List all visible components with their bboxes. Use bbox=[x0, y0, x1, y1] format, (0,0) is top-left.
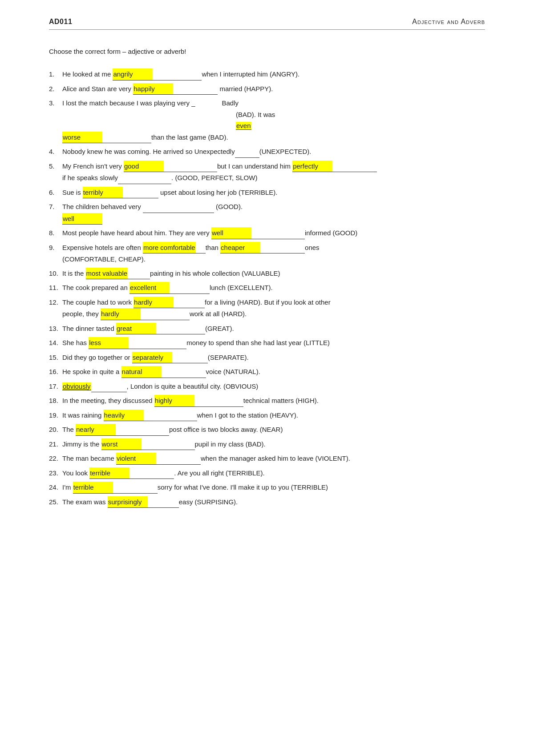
item-num: 23. bbox=[49, 467, 62, 479]
blank bbox=[144, 410, 197, 422]
blank bbox=[162, 366, 206, 378]
answer-highlight: well bbox=[211, 227, 251, 239]
answer-highlight: worse bbox=[62, 132, 102, 144]
item-content: The children behaved very (GOOD). bbox=[62, 201, 243, 213]
item-row: 12. The couple had to work hardly for a … bbox=[49, 297, 331, 309]
item-content: My French isn't very good but I can unde… bbox=[62, 161, 377, 173]
answer-highlight: highly bbox=[154, 395, 194, 407]
item-content: You look terrible . Are you all right (T… bbox=[62, 467, 485, 479]
item-num: 20. bbox=[49, 424, 62, 435]
blank bbox=[129, 337, 186, 349]
item-content: He looked at me angrily when I interrupt… bbox=[62, 68, 485, 80]
blank bbox=[172, 352, 208, 364]
item-content: The man became violent when the manager … bbox=[62, 453, 485, 465]
item-content: Did they go together or separately (SEPA… bbox=[62, 352, 485, 364]
item-num: 12. bbox=[49, 297, 62, 308]
item-content: She has less money to spend than she had… bbox=[62, 337, 485, 349]
item-content: In the meeting, they discussed highly te… bbox=[62, 395, 485, 407]
item-num: 16. bbox=[49, 366, 62, 378]
item-continuation: (BAD). It was even worse than the last g… bbox=[49, 109, 275, 144]
list-item: 4. Nobody knew he was coming. He arrived… bbox=[49, 146, 485, 158]
answer-highlight: cheaper bbox=[220, 242, 260, 254]
answer-highlight: hardly bbox=[134, 297, 174, 309]
answer-highlight: less bbox=[89, 337, 129, 349]
list-item: 5. My French isn't very good but I can u… bbox=[49, 161, 485, 184]
list-item: 6. Sue is terribly upset about losing he… bbox=[49, 187, 485, 199]
blank bbox=[128, 268, 150, 280]
list-item: 22. The man became violent when the mana… bbox=[49, 453, 485, 465]
blank bbox=[148, 496, 179, 508]
answer-highlight: excellent bbox=[129, 282, 170, 294]
item-row: 7. The children behaved very (GOOD). bbox=[49, 201, 243, 213]
blank bbox=[142, 438, 195, 450]
item-content: Nobody knew he was coming. He arrived so… bbox=[62, 146, 485, 158]
answer-highlight: perfectly bbox=[292, 161, 332, 173]
item-content: Expensive hotels are often more comforta… bbox=[62, 242, 320, 254]
blank bbox=[113, 482, 158, 494]
item-content: Most people have heard about him. They a… bbox=[62, 227, 485, 239]
list-item: 16. He spoke in quite a natural voice (N… bbox=[49, 366, 485, 378]
blank bbox=[164, 161, 217, 173]
item-content: The couple had to work hardly for a livi… bbox=[62, 297, 331, 309]
blank bbox=[251, 227, 305, 239]
item-content: It is the most valuable painting in his … bbox=[62, 268, 485, 280]
list-item: 15. Did they go together or separately (… bbox=[49, 352, 485, 364]
header-code: AD011 bbox=[49, 18, 72, 26]
item-content: Jimmy is the worst pupil in my class (BA… bbox=[62, 438, 485, 450]
blank bbox=[116, 424, 169, 436]
list-item: 2. Alice and Stan are very happily marri… bbox=[49, 83, 485, 95]
item-continuation: people, they hardly work at all (HARD). bbox=[49, 308, 247, 320]
item-num: 18. bbox=[49, 395, 62, 406]
blank bbox=[260, 242, 305, 254]
item-content: I lost the match because I was playing v… bbox=[62, 97, 195, 109]
list-item: 1. He looked at me angrily when I interr… bbox=[49, 68, 485, 80]
item-content: He spoke in quite a natural voice (NATUR… bbox=[62, 366, 485, 378]
answer-highlight: even bbox=[236, 122, 251, 130]
item-row: 5. My French isn't very good but I can u… bbox=[49, 161, 377, 173]
item-continuation: (COMFORTABLE, CHEAP). bbox=[49, 253, 146, 265]
answer-highlight: obviously bbox=[62, 382, 91, 390]
item-num: 17. bbox=[49, 381, 62, 392]
list-item: 19. It was raining heavily when I got to… bbox=[49, 410, 485, 422]
item-content: Badly bbox=[222, 97, 239, 109]
item-num: 24. bbox=[49, 482, 62, 493]
blank bbox=[194, 395, 243, 407]
answer-highlight: well bbox=[62, 213, 102, 225]
item-num: 1. bbox=[49, 68, 62, 80]
blank bbox=[118, 172, 171, 184]
exercise-list: 1. He looked at me angrily when I interr… bbox=[49, 68, 485, 508]
answer-highlight: angrily bbox=[113, 68, 153, 80]
blank bbox=[156, 453, 201, 465]
item-num: 7. bbox=[49, 201, 62, 213]
item-content: The cook prepared an excellent lunch (EX… bbox=[62, 282, 485, 294]
answer-highlight: heavily bbox=[104, 410, 144, 422]
blank bbox=[235, 146, 259, 158]
blank bbox=[143, 201, 214, 213]
item-num: 2. bbox=[49, 83, 62, 95]
answer-highlight: good bbox=[124, 161, 164, 173]
blank bbox=[173, 83, 218, 95]
blank bbox=[332, 161, 377, 173]
list-item: 24. I'm terrible sorry for what I've don… bbox=[49, 482, 485, 494]
item-content: The exam was surprisingly easy (SURPISIN… bbox=[62, 496, 485, 508]
page: AD011 Adjective and Adverb Choose the co… bbox=[22, 0, 512, 537]
item-num: 11. bbox=[49, 282, 62, 294]
item-num: 8. bbox=[49, 227, 62, 239]
item-content: The dinner tasted great (GREAT). bbox=[62, 323, 485, 335]
item-row: 9. Expensive hotels are often more comfo… bbox=[49, 242, 320, 254]
blank bbox=[141, 308, 190, 320]
answer-highlight: happily bbox=[133, 83, 173, 95]
list-item: 12. The couple had to work hardly for a … bbox=[49, 297, 485, 320]
item-content: The nearly post office is two blocks awa… bbox=[62, 424, 485, 436]
item-num: 14. bbox=[49, 337, 62, 349]
item-continuation: well bbox=[49, 213, 102, 225]
instruction: Choose the correct form – adjective or a… bbox=[49, 48, 485, 55]
item-content: Alice and Stan are very happily married … bbox=[62, 83, 485, 95]
answer-highlight: separately bbox=[132, 352, 172, 364]
blank bbox=[156, 323, 205, 335]
item-content: (BAD). It was bbox=[62, 109, 275, 121]
answer-highlight: more comfortable bbox=[143, 242, 196, 254]
item-num: 13. bbox=[49, 323, 62, 334]
item-content: I'm terrible sorry for what I've done. I… bbox=[62, 482, 485, 494]
item-num: 10. bbox=[49, 268, 62, 279]
